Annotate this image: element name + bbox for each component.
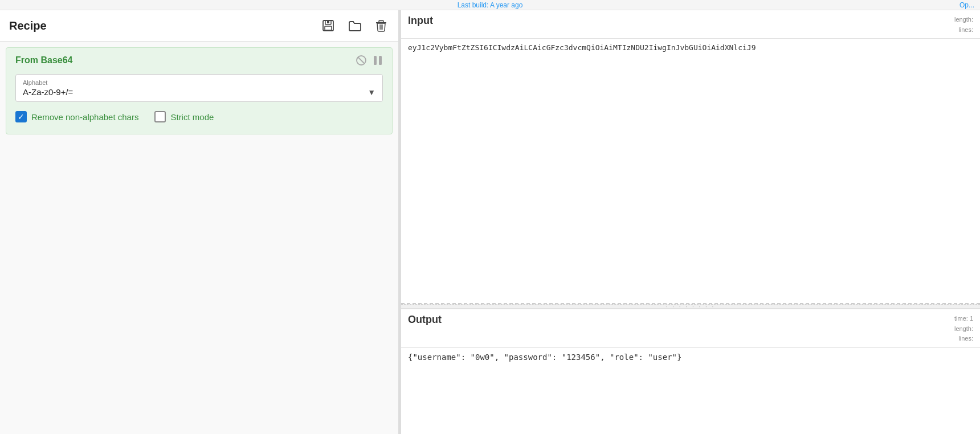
main-area: Recipe bbox=[0, 10, 980, 434]
strict-mode-checkbox[interactable]: Strict mode bbox=[154, 111, 214, 122]
svg-line-10 bbox=[358, 57, 365, 64]
last-build-text: Last build: A year ago bbox=[458, 1, 523, 9]
alphabet-value-row: A-Za-z0-9+/= ▼ bbox=[23, 87, 375, 97]
output-section-header: Output time: 1 length: lines: bbox=[401, 309, 980, 348]
folder-icon bbox=[348, 19, 362, 32]
output-title: Output bbox=[408, 314, 442, 326]
recipe-empty-area bbox=[0, 140, 398, 434]
disable-icon bbox=[356, 55, 367, 66]
svg-rect-11 bbox=[374, 56, 377, 65]
operation-header: From Base64 bbox=[15, 55, 383, 66]
svg-rect-5 bbox=[379, 21, 383, 22]
save-icon bbox=[322, 19, 334, 32]
svg-rect-12 bbox=[379, 56, 382, 65]
alphabet-dropdown[interactable]: Alphabet A-Za-z0-9+/= ▼ bbox=[15, 74, 383, 102]
strict-mode-checkbox-box bbox=[154, 111, 166, 122]
operation-title: From Base64 bbox=[15, 55, 73, 65]
delete-button[interactable] bbox=[373, 18, 389, 33]
disable-operation-button[interactable] bbox=[356, 55, 367, 66]
right-panel: Input length: lines: eyJ1c2VybmFtZtZSI6I… bbox=[401, 10, 980, 434]
input-section: Input length: lines: eyJ1c2VybmFtZtZSI6I… bbox=[401, 10, 980, 304]
input-length-meta: length: bbox=[954, 15, 973, 25]
alphabet-label: Alphabet bbox=[23, 79, 375, 86]
output-lines-meta: lines: bbox=[954, 334, 973, 344]
pause-icon bbox=[373, 55, 383, 66]
resize-handle[interactable]: · · · · · · · · bbox=[401, 304, 980, 309]
operation-card: From Base64 bbox=[6, 47, 393, 134]
output-time-meta: time: 1 bbox=[954, 314, 973, 324]
output-meta: time: 1 length: lines: bbox=[954, 314, 973, 344]
trash-icon bbox=[375, 19, 387, 32]
output-text: {"username": "0w0", "password": "123456"… bbox=[408, 353, 681, 362]
left-panel: Recipe bbox=[0, 10, 399, 434]
pause-operation-button[interactable] bbox=[373, 55, 383, 66]
svg-rect-3 bbox=[327, 21, 329, 23]
recipe-actions bbox=[320, 18, 389, 33]
save-button[interactable] bbox=[320, 18, 337, 33]
top-bar-right-link[interactable]: Op... bbox=[959, 1, 974, 9]
output-section: Output time: 1 length: lines: {"username… bbox=[401, 309, 980, 434]
input-lines-meta: lines: bbox=[954, 25, 973, 35]
svg-rect-2 bbox=[325, 26, 332, 30]
operation-controls bbox=[356, 55, 383, 66]
strict-mode-label: Strict mode bbox=[170, 112, 214, 122]
remove-non-alphabet-label: Remove non-alphabet chars bbox=[31, 112, 138, 122]
output-length-meta: length: bbox=[954, 324, 973, 334]
recipe-title: Recipe bbox=[9, 19, 47, 32]
open-button[interactable] bbox=[346, 18, 364, 33]
input-section-header: Input length: lines: bbox=[401, 10, 980, 39]
remove-non-alphabet-checkbox-box: ✓ bbox=[15, 111, 27, 122]
top-bar: Last build: A year ago Op... bbox=[0, 0, 980, 10]
output-content: {"username": "0w0", "password": "123456"… bbox=[401, 348, 980, 434]
recipe-header: Recipe bbox=[0, 10, 398, 42]
dropdown-arrow-icon: ▼ bbox=[368, 88, 375, 97]
input-title: Input bbox=[408, 15, 433, 27]
checkbox-row: ✓ Remove non-alphabet chars Strict mode bbox=[15, 111, 383, 122]
remove-non-alphabet-checkbox[interactable]: ✓ Remove non-alphabet chars bbox=[15, 111, 138, 122]
alphabet-value-text: A-Za-z0-9+/= bbox=[23, 87, 73, 97]
input-meta: length: lines: bbox=[954, 15, 973, 35]
input-content[interactable]: eyJ1c2VybmFtZtZSI6ICIwdzAiLCAicGFzc3dvcm… bbox=[401, 39, 980, 303]
